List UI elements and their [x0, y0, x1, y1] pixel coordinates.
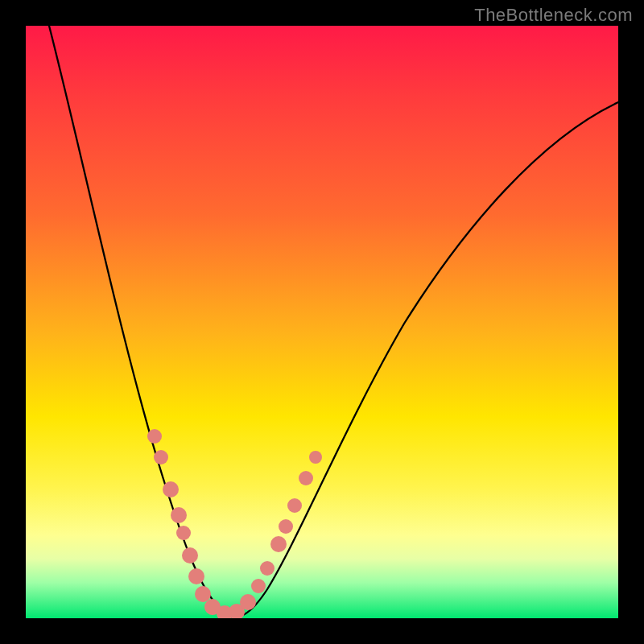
plot-area — [26, 26, 618, 618]
bead — [182, 547, 198, 564]
watermark-text: TheBottleneck.com — [474, 5, 633, 26]
bead — [240, 594, 256, 610]
bead — [260, 561, 275, 576]
bead — [299, 471, 313, 485]
marker-beads — [147, 429, 322, 618]
bead — [154, 450, 168, 464]
bead — [251, 579, 266, 593]
bead — [287, 498, 302, 513]
bead — [171, 507, 187, 523]
bead — [279, 519, 293, 534]
bead — [147, 429, 162, 444]
bead — [195, 586, 211, 602]
bead — [176, 526, 191, 540]
bottleneck-curve — [49, 26, 618, 617]
curve-layer — [26, 26, 618, 618]
bead — [270, 536, 287, 552]
bead — [309, 451, 322, 464]
chart-stage: TheBottleneck.com — [0, 0, 644, 644]
bead — [163, 481, 179, 497]
bead — [188, 568, 204, 584]
